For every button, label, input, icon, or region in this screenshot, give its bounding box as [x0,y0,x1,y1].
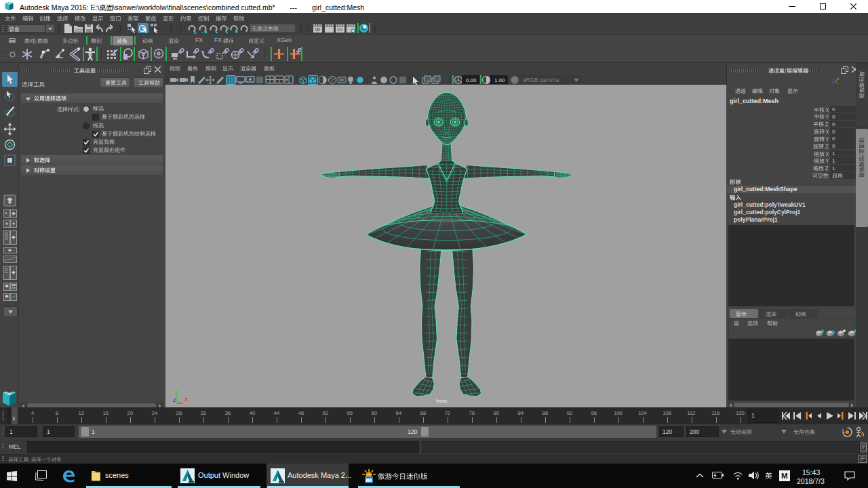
svg-text:y: y [174,388,178,394]
svg-text:x: x [184,396,189,403]
svg-text:z: z [172,396,176,403]
svg-text:IPR: IPR [337,28,343,32]
